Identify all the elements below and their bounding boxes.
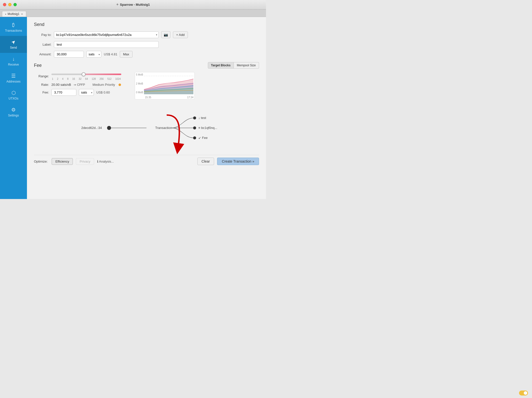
titlebar: ✈ Sparrow - Multisig1: [0, 0, 266, 9]
fee-usd-label: US$ 0.60: [96, 91, 110, 94]
tab-multisig1[interactable]: ▪ Multisig1 ✕: [2, 11, 26, 17]
create-transaction-button[interactable]: Create Transaction »: [217, 158, 259, 165]
receive-icon: ↓: [12, 56, 15, 61]
svg-text:Transaction: Transaction: [155, 126, 172, 130]
slider-background: [51, 74, 121, 75]
amount-input[interactable]: [54, 51, 84, 58]
analysis-button[interactable]: ℹ Analysis...: [97, 160, 114, 163]
label-label: Label:: [34, 43, 51, 46]
chart-x-labels: 15:35 17:34: [145, 96, 193, 99]
maximize-button[interactable]: [13, 3, 17, 6]
amount-usd-label: US$ 4.81: [104, 52, 117, 56]
fee-header: Fee Target Blocks Mempool Size: [34, 62, 259, 69]
slider-track[interactable]: [51, 72, 121, 77]
svg-point-5: [193, 116, 196, 119]
priority-label: Medium Priority: [93, 83, 115, 87]
mempool-size-button[interactable]: Mempool Size: [234, 62, 259, 69]
mempool-chart: 5 MvB 2 MvB 0 MvB: [135, 72, 195, 100]
rate-label: Rate:: [34, 83, 49, 87]
slider-ticks: 1 2 4 8 16 32 64 128 256 512 1024: [51, 78, 121, 80]
add-button[interactable]: + Add: [173, 31, 188, 38]
rate-row: Rate: 20.00 sats/vB ⇒ CPFP Medium Priori…: [34, 83, 129, 87]
slider-section: Range: 1 2 4 8: [34, 72, 129, 100]
label-row: Label:: [34, 41, 259, 48]
bitcoin-icon: ₿: [12, 22, 15, 27]
tabbar: ▪ Multisig1 ✕: [0, 9, 266, 17]
send-section-title: Send: [34, 22, 259, 27]
amount-label: Amount:: [34, 52, 51, 56]
slider-container: 1 2 4 8 16 32 64 128 256 512 1024: [51, 72, 121, 80]
optimize-label: Optimize:: [34, 160, 48, 163]
fee-amount-row: Fee: sats BTC US$ 0.60: [34, 89, 129, 96]
svg-point-7: [193, 136, 196, 139]
privacy-button[interactable]: Privacy: [76, 158, 94, 165]
svg-text:2decd62d..:34: 2decd62d..:34: [81, 126, 102, 130]
sidebar: ₿ Transactions ➤ Send ↓ Receive ☰ Addres…: [0, 17, 27, 199]
close-button[interactable]: [3, 3, 6, 6]
range-row: Range: 1 2 4 8: [34, 72, 129, 80]
clear-button[interactable]: Clear: [197, 158, 214, 165]
amount-row: Amount: sats BTC US$ 4.81 Max: [34, 51, 259, 58]
label-input[interactable]: [54, 41, 159, 48]
sidebar-item-send[interactable]: ➤ Send: [0, 36, 27, 53]
addresses-icon: ☰: [11, 73, 16, 78]
fee-unit-select[interactable]: sats BTC: [79, 89, 94, 96]
chart-svg: [144, 72, 193, 94]
fee-section: Fee Target Blocks Mempool Size Range:: [34, 62, 259, 100]
pay-to-label: Pay to:: [34, 33, 51, 37]
fee-label: Fee:: [34, 91, 49, 94]
svg-point-1: [107, 126, 111, 130]
svg-point-6: [193, 126, 196, 129]
bottom-bar: Optimize: Efficiency Privacy ℹ Analysis.…: [34, 155, 259, 165]
svg-text:≡ bc1qf0nq...: ≡ bc1qf0nq...: [198, 126, 217, 130]
pay-to-row: Pay to: bc1q47x91maze0kn5szc86k75v0dj8pu…: [34, 31, 259, 38]
transaction-diagram: 2decd62d..:34 Transaction ↓ test ≡ b: [34, 105, 259, 150]
utxos-icon: ⬡: [11, 90, 16, 95]
pay-to-input[interactable]: bc1q47x91maze0kn5szc86k75v0dj8pumw6n672u…: [54, 31, 159, 38]
range-label: Range:: [34, 74, 49, 78]
priority-dot: [119, 84, 121, 86]
window-title: ✈ Sparrow - Multisig1: [116, 3, 150, 6]
sidebar-item-settings[interactable]: ⚙ Settings: [0, 104, 27, 121]
svg-text:↓ test: ↓ test: [198, 116, 206, 120]
camera-button[interactable]: 📷: [161, 31, 170, 38]
fee-section-title: Fee: [34, 63, 42, 68]
slider-area: Range: 1 2 4 8: [34, 72, 259, 100]
tx-diagram-svg: 2decd62d..:34 Transaction ↓ test ≡ b: [59, 105, 234, 150]
send-icon: ➤: [10, 39, 17, 45]
efficiency-button[interactable]: Efficiency: [52, 158, 73, 165]
fee-input[interactable]: [51, 89, 76, 96]
minimize-button[interactable]: [8, 3, 11, 6]
sidebar-item-transactions[interactable]: ₿ Transactions: [0, 19, 27, 36]
tab-close-icon[interactable]: ✕: [21, 13, 23, 15]
tab-wallet-icon: ▪: [5, 13, 6, 15]
chart-y-labels: 5 MvB 2 MvB 0 MvB: [136, 72, 143, 95]
content-area: Send Pay to: bc1q47x91maze0kn5szc86k75v0…: [27, 17, 266, 199]
max-button[interactable]: Max: [120, 51, 133, 58]
pin-icon: ✈: [116, 3, 119, 6]
fee-toggle-group: Target Blocks Mempool Size: [208, 62, 259, 69]
cpfp-arrow-icon: ⇒: [74, 83, 76, 87]
cpfp-badge: ⇒ CPFP: [74, 83, 85, 87]
rate-value: 20.00 sats/vB: [51, 83, 71, 87]
sidebar-item-utxos[interactable]: ⬡ UTXOs: [0, 87, 27, 104]
main-layout: ₿ Transactions ➤ Send ↓ Receive ☰ Addres…: [0, 17, 266, 199]
settings-icon: ⚙: [11, 107, 16, 112]
window-controls[interactable]: [3, 3, 17, 6]
amount-unit-select[interactable]: sats BTC: [86, 51, 101, 58]
slider-thumb[interactable]: [82, 72, 86, 76]
sidebar-item-receive[interactable]: ↓ Receive: [0, 53, 27, 70]
sidebar-item-addresses[interactable]: ☰ Addresses: [0, 70, 27, 87]
target-blocks-button[interactable]: Target Blocks: [208, 62, 234, 69]
svg-text:↙ Fee: ↙ Fee: [198, 136, 208, 140]
